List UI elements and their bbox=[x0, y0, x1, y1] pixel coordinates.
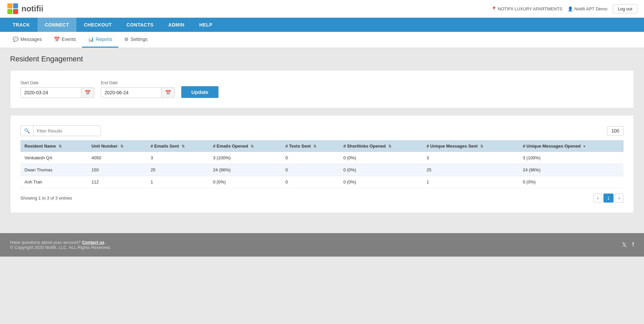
end-date-calendar-button[interactable]: 📅 bbox=[162, 88, 174, 98]
tab-settings[interactable]: ⚙ Settings bbox=[118, 32, 154, 48]
footer-left: Have questions about your account? Conta… bbox=[10, 240, 111, 250]
col-resident-name[interactable]: Resident Name ⇅ bbox=[20, 140, 87, 152]
col-unique-messages-opened[interactable]: # Unique Messages Opened ▾ bbox=[519, 140, 624, 152]
logo-area: notifii bbox=[7, 3, 43, 15]
end-date-input[interactable] bbox=[101, 88, 162, 98]
nav-connect[interactable]: CONNECT bbox=[38, 18, 77, 32]
cell-emails-sent: 3 bbox=[146, 152, 209, 164]
cell-resident-name: Venkatesh QA bbox=[20, 152, 87, 164]
col-unique-messages-sent[interactable]: # Unique Messages Sent ⇅ bbox=[423, 140, 519, 152]
col-unique-messages-sent-label: # Unique Messages Sent bbox=[427, 144, 477, 149]
col-emails-opened-label: # Emails Opened bbox=[213, 144, 248, 149]
page-1-button[interactable]: 1 bbox=[603, 194, 613, 203]
cell-unique-messages-opened: 24 (96%) bbox=[519, 164, 624, 176]
user-icon: 👤 bbox=[568, 6, 573, 11]
cell-unique-messages-sent: 25 bbox=[423, 164, 519, 176]
start-date-input[interactable] bbox=[21, 88, 81, 98]
update-button[interactable]: Update bbox=[181, 86, 218, 98]
nav-help[interactable]: HELP bbox=[192, 18, 220, 32]
svg-rect-3 bbox=[13, 9, 18, 14]
tab-events-label: Events bbox=[62, 37, 76, 42]
nav-track[interactable]: TRACK bbox=[5, 18, 38, 32]
facebook-icon[interactable]: f bbox=[632, 241, 634, 249]
tab-events[interactable]: 📅 Events bbox=[48, 32, 82, 48]
cell-shortlinks-opened: 0 (0%) bbox=[339, 164, 423, 176]
property-name: NOTIFII LUXURY APARTMENTS bbox=[498, 6, 563, 11]
sort-icon-texts-sent: ⇅ bbox=[313, 144, 316, 149]
events-icon: 📅 bbox=[54, 37, 60, 42]
tab-messages[interactable]: 💬 Messages bbox=[7, 32, 48, 48]
tab-settings-label: Settings bbox=[131, 37, 148, 42]
start-date-calendar-button[interactable]: 📅 bbox=[81, 88, 94, 98]
twitter-icon[interactable]: 𝕏 bbox=[622, 241, 627, 249]
user-name: Notifii APT Demo bbox=[574, 6, 607, 11]
cell-unique-messages-opened: 3 (100%) bbox=[519, 152, 624, 164]
col-emails-opened[interactable]: # Emails Opened ⇅ bbox=[209, 140, 281, 152]
date-filter-card: Start Date 📅 End Date 📅 Update bbox=[10, 70, 634, 108]
svg-rect-2 bbox=[7, 9, 12, 14]
cell-unit-number: 150 bbox=[87, 164, 146, 176]
cell-resident-name: Anh Tran bbox=[20, 176, 87, 188]
date-filters: Start Date 📅 End Date 📅 Update bbox=[20, 80, 624, 98]
filter-wrap: 🔍 bbox=[20, 125, 101, 136]
cell-texts-sent: 0 bbox=[281, 164, 339, 176]
location-icon: 📍 bbox=[491, 6, 497, 11]
header-right: 📍 NOTIFII LUXURY APARTMENTS 👤 Notifii AP… bbox=[491, 4, 637, 13]
end-date-label: End Date bbox=[101, 80, 175, 85]
sort-icon-unique-messages-opened: ▾ bbox=[583, 144, 585, 149]
notifii-logo-icon bbox=[7, 3, 19, 15]
footer-social: 𝕏 f bbox=[622, 241, 634, 249]
col-texts-sent-label: # Texts Sent bbox=[285, 144, 311, 149]
page-title: Resident Engagement bbox=[10, 55, 634, 63]
col-unit-number[interactable]: Unit Number ⇅ bbox=[87, 140, 146, 152]
nav-checkout[interactable]: CHECKOUT bbox=[76, 18, 119, 32]
main-nav: TRACK CONNECT CHECKOUT CONTACTS ADMIN HE… bbox=[0, 18, 644, 32]
table-row: Venkatesh QA 4050 3 3 (100%) 0 0 (0%) 3 … bbox=[20, 152, 624, 164]
cell-unit-number: 112 bbox=[87, 176, 146, 188]
table-row: Anh Tran 112 1 0 (0%) 0 0 (0%) 1 0 (0%) bbox=[20, 176, 624, 188]
sort-icon-emails-opened: ⇅ bbox=[251, 144, 254, 149]
col-emails-sent[interactable]: # Emails Sent ⇅ bbox=[146, 140, 209, 152]
footer-copyright: © Copyright 2020 Notifii, LLC. ALL Right… bbox=[10, 245, 111, 250]
cell-emails-opened: 3 (100%) bbox=[209, 152, 281, 164]
prev-page-button[interactable]: ‹ bbox=[593, 194, 602, 203]
next-page-button[interactable]: › bbox=[615, 194, 624, 203]
cell-unique-messages-sent: 3 bbox=[423, 152, 519, 164]
resident-engagement-table: Resident Name ⇅ Unit Number ⇅ # Emails S… bbox=[20, 140, 624, 188]
sort-icon-emails-sent: ⇅ bbox=[182, 144, 185, 149]
start-date-label: Start Date bbox=[20, 80, 94, 85]
table-header-row: Resident Name ⇅ Unit Number ⇅ # Emails S… bbox=[20, 140, 624, 152]
nav-admin[interactable]: ADMIN bbox=[161, 18, 192, 32]
cell-texts-sent: 0 bbox=[281, 176, 339, 188]
cell-shortlinks-opened: 0 (0%) bbox=[339, 176, 423, 188]
page-size-display: 100 bbox=[607, 126, 624, 136]
cell-emails-sent: 1 bbox=[146, 176, 209, 188]
user-info: 👤 Notifii APT Demo bbox=[568, 6, 607, 11]
filter-input[interactable] bbox=[34, 126, 101, 136]
settings-icon: ⚙ bbox=[124, 37, 129, 42]
showing-text: Showing 1 to 3 of 3 entries bbox=[20, 196, 72, 201]
contact-us-link[interactable]: Contact us bbox=[82, 240, 105, 245]
cell-emails-opened: 24 (96%) bbox=[209, 164, 281, 176]
tab-reports[interactable]: 📊 Reports bbox=[82, 32, 118, 48]
content-wrapper: Resident Engagement Start Date 📅 End Dat… bbox=[0, 48, 644, 226]
sort-icon-unit-number: ⇅ bbox=[120, 144, 123, 149]
start-date-field: Start Date 📅 bbox=[20, 80, 94, 98]
cell-shortlinks-opened: 0 (0%) bbox=[339, 152, 423, 164]
col-resident-name-label: Resident Name bbox=[24, 144, 56, 149]
logout-button[interactable]: Log out bbox=[613, 4, 637, 13]
cell-emails-sent: 25 bbox=[146, 164, 209, 176]
col-emails-sent-label: # Emails Sent bbox=[150, 144, 179, 149]
svg-rect-0 bbox=[7, 3, 12, 8]
table-card: 🔍 100 Resident Name ⇅ Unit Number ⇅ bbox=[10, 115, 634, 213]
nav-contacts[interactable]: CONTACTS bbox=[119, 18, 161, 32]
cell-unique-messages-opened: 0 (0%) bbox=[519, 176, 624, 188]
logo-text: notifii bbox=[21, 4, 43, 13]
col-shortlinks-opened[interactable]: # Shortlinks Opened ⇅ bbox=[339, 140, 423, 152]
cell-emails-opened: 0 (0%) bbox=[209, 176, 281, 188]
start-date-input-wrap: 📅 bbox=[20, 87, 94, 98]
messages-icon: 💬 bbox=[13, 37, 18, 42]
sort-icon-resident-name: ⇅ bbox=[59, 144, 62, 149]
col-texts-sent[interactable]: # Texts Sent ⇅ bbox=[281, 140, 339, 152]
table-controls: 🔍 100 bbox=[20, 125, 624, 136]
